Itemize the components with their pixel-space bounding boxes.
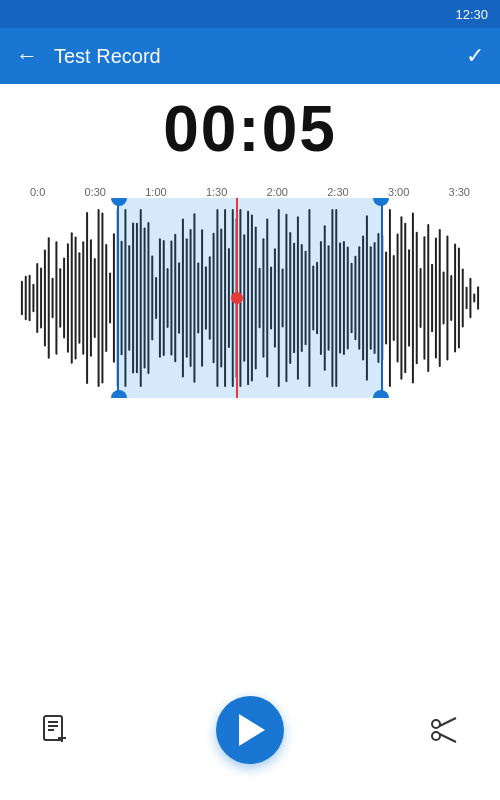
svg-rect-120 [44,716,62,740]
status-bar: 12:30 [0,0,500,28]
page-title: Test Record [54,45,466,68]
ruler-labels: 0:0 0:30 1:00 1:30 2:00 2:30 3:00 3:30 [30,186,470,198]
add-clip-icon [40,714,72,746]
scissors-icon [428,714,460,746]
ruler-label-1: 0:30 [85,186,106,198]
waveform-svg [20,198,480,398]
back-button[interactable]: ← [16,43,38,69]
timeline-ruler: 0:0 0:30 1:00 1:30 2:00 2:30 3:00 3:30 [20,174,480,198]
add-clip-button[interactable] [40,714,72,746]
ruler-label-3: 1:30 [206,186,227,198]
svg-point-127 [432,732,440,740]
waveform-container[interactable]: 0:32 3:00 [20,198,480,398]
status-time: 12:30 [455,7,488,22]
waveform-section: 0:0 0:30 1:00 1:30 2:00 2:30 3:00 3:30 0… [0,174,500,398]
ruler-label-6: 3:00 [388,186,409,198]
play-icon [239,714,265,746]
svg-point-126 [432,720,440,728]
timer-display: 00:05 [163,92,337,166]
ruler-label-5: 2:30 [327,186,348,198]
svg-line-128 [440,718,457,726]
top-app-bar: ← Test Record ✓ [0,28,500,84]
ruler-label-4: 2:00 [267,186,288,198]
timer-section: 00:05 [0,84,500,174]
ruler-label-2: 1:00 [145,186,166,198]
play-button[interactable] [216,696,284,764]
ruler-label-0: 0:0 [30,186,45,198]
scissors-button[interactable] [428,714,460,746]
confirm-button[interactable]: ✓ [466,43,484,69]
bottom-controls [0,660,500,800]
svg-line-129 [440,734,457,742]
ruler-label-7: 3:30 [449,186,470,198]
